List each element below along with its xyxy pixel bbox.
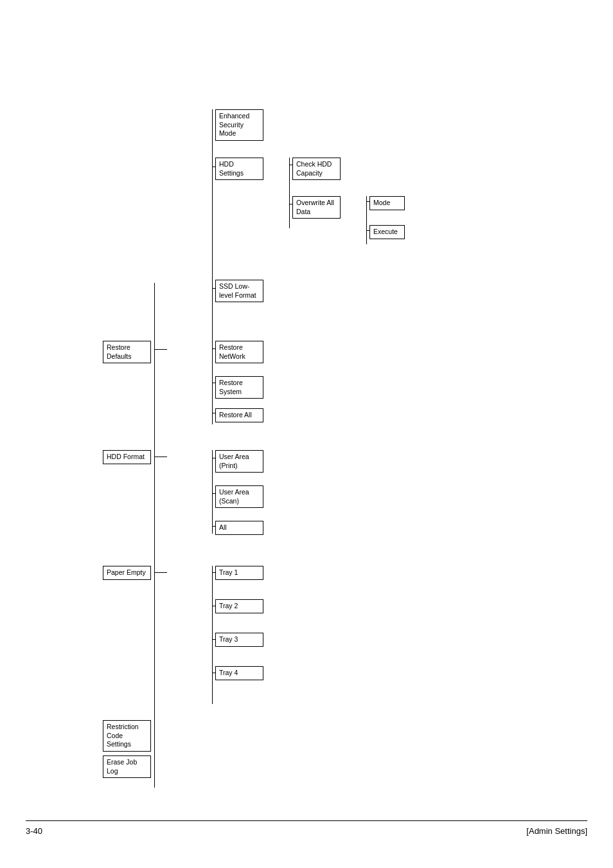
restriction-code-settings-node: Restriction Code Settings (103, 720, 151, 752)
restore-system-node: Restore System (215, 376, 263, 399)
hline-check-hdd (289, 165, 293, 165)
hline-paper-empty (154, 572, 167, 573)
col3-vline-hdd (289, 158, 290, 228)
execute-node: Execute (369, 225, 405, 239)
hline-hdd-settings (212, 167, 216, 167)
hline-tray3 (212, 639, 216, 640)
hline-overwrite (289, 204, 293, 204)
footer: 3-40 [Admin Settings] (26, 820, 587, 836)
page-number: 3-40 (26, 826, 42, 836)
hline-user-area-scan (212, 493, 216, 494)
tray2-node: Tray 2 (215, 599, 263, 613)
col2-vline-hdd-format (212, 450, 213, 534)
ssd-lowlevel-format-node: SSD Low-level Format (215, 280, 263, 302)
hline-hdd-format (154, 457, 167, 457)
col2-vline-paper-empty (212, 566, 213, 704)
overwrite-all-data-node: Overwrite All Data (292, 196, 341, 219)
erase-job-log-node: Erase Job Log (103, 755, 151, 778)
mode-node: Mode (369, 196, 405, 210)
hline-restore-network (212, 348, 216, 349)
all-node: All (215, 521, 263, 535)
restore-defaults-node: Restore Defaults (103, 341, 151, 363)
user-area-scan-node: User Area (Scan) (215, 485, 263, 508)
tray1-node: Tray 1 (215, 566, 263, 580)
document-title: [Admin Settings] (526, 826, 587, 836)
hline-restore-defaults (154, 349, 167, 350)
tray3-node: Tray 3 (215, 633, 263, 647)
hline-mode (366, 201, 370, 202)
hline-ssd (212, 288, 216, 289)
page: Enhanced Security Mode HDD Settings Chec… (0, 0, 613, 868)
user-area-print-node: User Area (Print) (215, 450, 263, 473)
col4-vline-overwrite (366, 196, 367, 244)
check-hdd-capacity-node: Check HDD Capacity (292, 158, 341, 180)
tray4-node: Tray 4 (215, 666, 263, 680)
hline-restore-all (212, 413, 216, 413)
hline-tray2 (212, 606, 216, 606)
hline-execute (366, 230, 370, 231)
hline-tray4 (212, 673, 216, 673)
col2-vline-top (212, 109, 213, 360)
enhanced-security-mode-node: Enhanced Security Mode (215, 109, 263, 141)
hline-all (212, 526, 216, 527)
hdd-format-node: HDD Format (103, 450, 151, 464)
hline-restore-system (212, 383, 216, 383)
main-spine-line (154, 283, 155, 788)
hdd-settings-node: HDD Settings (215, 158, 263, 180)
restore-network-node: Restore NetWork (215, 341, 263, 363)
paper-empty-node: Paper Empty (103, 566, 151, 580)
hline-tray1 (212, 572, 216, 573)
hline-user-area-print (212, 458, 216, 458)
restore-all-node: Restore All (215, 408, 263, 422)
